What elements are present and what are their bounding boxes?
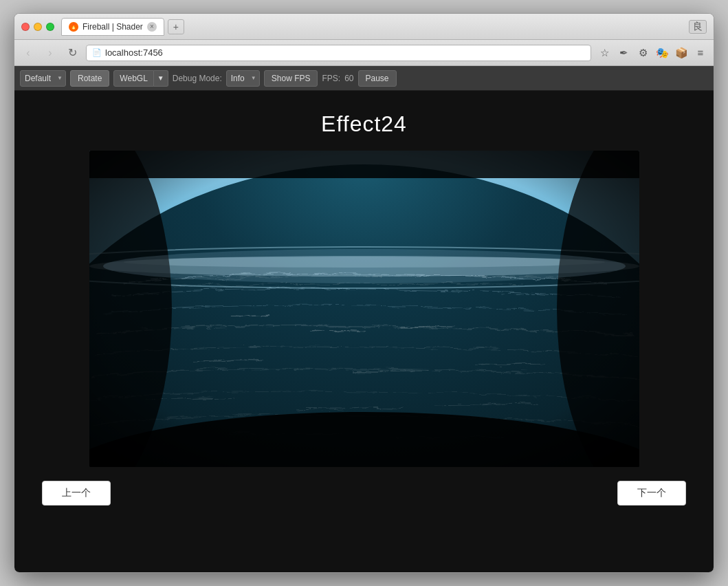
close-button[interactable]: [21, 23, 30, 31]
debug-mode-label: Debug Mode:: [173, 74, 222, 83]
close-tab-button[interactable]: ×: [147, 22, 157, 32]
next-page-button[interactable]: 下一个: [617, 481, 686, 506]
tab-bar: 🔥 Fireball | Shader × +: [61, 18, 689, 36]
title-bar: 🔥 Fireball | Shader × + 良: [14, 14, 714, 40]
new-tab-button[interactable]: +: [168, 19, 184, 34]
bottom-nav: 上一个 下一个: [28, 481, 700, 506]
svg-rect-8: [89, 151, 639, 178]
bookmark-button[interactable]: ☆: [597, 45, 612, 61]
main-content: Effect24: [14, 91, 714, 572]
reload-button[interactable]: ↻: [64, 45, 80, 61]
ocean-scene: [89, 151, 639, 467]
extension3-button[interactable]: 🎭: [654, 45, 670, 61]
rotate-button[interactable]: Rotate: [70, 70, 109, 87]
webgl-button[interactable]: WebGL: [113, 70, 153, 87]
extension4-button[interactable]: 📦: [674, 45, 689, 61]
back-button[interactable]: ‹: [20, 45, 36, 61]
traffic-lights: [21, 23, 54, 31]
prev-page-button[interactable]: 上一个: [42, 481, 111, 506]
address-bar[interactable]: 📄: [86, 45, 591, 61]
forward-button[interactable]: ›: [42, 45, 58, 61]
url-input[interactable]: [105, 47, 585, 58]
browser-window: 🔥 Fireball | Shader × + 良 ‹ › ↻ 📄 ☆ ✒ ⚙ …: [14, 13, 714, 573]
debug-mode-select[interactable]: Info: [226, 70, 260, 87]
canvas-container: [89, 151, 639, 467]
window-controls-icon: 良: [689, 20, 707, 34]
pause-button[interactable]: Pause: [358, 70, 397, 87]
nav-bar: ‹ › ↻ 📄 ☆ ✒ ⚙ 🎭 📦 ≡: [14, 40, 714, 66]
extension2-button[interactable]: ⚙: [635, 45, 650, 61]
fps-label: FPS:: [322, 74, 340, 83]
tab-favicon: 🔥: [69, 22, 78, 32]
show-fps-button[interactable]: Show FPS: [264, 70, 318, 87]
debug-mode-select-wrapper: Info: [226, 70, 260, 87]
minimize-button[interactable]: [34, 23, 42, 31]
fps-value: 60: [344, 74, 353, 83]
nav-right-icons: ☆ ✒ ⚙ 🎭 📦 ≡: [597, 45, 708, 61]
page-icon: 📄: [92, 48, 102, 57]
webgl-group: WebGL ▼: [113, 70, 168, 87]
extension1-button[interactable]: ✒: [616, 45, 631, 61]
default-select-wrapper: Default: [20, 70, 66, 87]
webgl-dropdown-button[interactable]: ▼: [154, 70, 168, 87]
svg-point-10: [103, 249, 626, 283]
maximize-button[interactable]: [46, 23, 54, 31]
tab-title: Fireball | Shader: [82, 22, 143, 32]
effect-title: Effect24: [321, 111, 407, 137]
app-toolbar: Default Rotate WebGL ▼ Debug Mode: Info …: [14, 66, 714, 91]
active-tab[interactable]: 🔥 Fireball | Shader ×: [61, 18, 164, 36]
default-select[interactable]: Default: [20, 70, 66, 87]
menu-button[interactable]: ≡: [693, 45, 708, 61]
